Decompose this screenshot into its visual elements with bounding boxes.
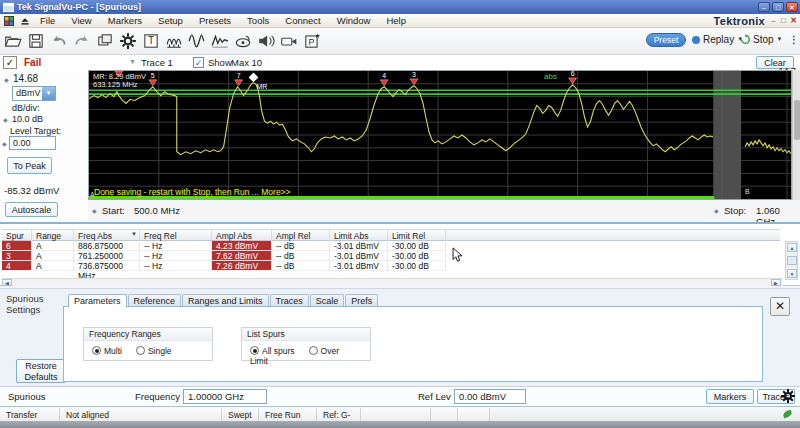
column-header-ampl_abs[interactable]: Ampl Abs	[212, 230, 272, 241]
menu-item-tools[interactable]: Tools	[239, 14, 277, 27]
table-row[interactable]: 4A736.875000 MHz-- Hz7.26 dBmV-- dB-3.01…	[2, 261, 780, 271]
menu-item-view[interactable]: View	[63, 14, 99, 27]
radio-single[interactable]: Single	[136, 346, 172, 356]
level-target-input[interactable]: 0.00	[9, 136, 56, 150]
column-header-freq_rel[interactable]: Freq Rel	[140, 230, 212, 241]
tab-ranges-and-limits[interactable]: Ranges and Limits	[182, 294, 269, 306]
table-row[interactable]: 3A761.250000 MHz-- Hz7.62 dBmV-- dB-3.01…	[2, 251, 780, 261]
scroll-left-icon[interactable]: ◀	[2, 279, 12, 286]
spectrum-plot[interactable]: 57436MR MR: 8.29 dBmV 633.125 MHz abs Do…	[88, 70, 792, 200]
radio-all-spurs[interactable]: All spurs	[250, 346, 295, 356]
undo-icon[interactable]	[50, 32, 70, 52]
ref-lev-input[interactable]: 0.00 dBmV	[454, 389, 526, 404]
radio-icon[interactable]	[136, 346, 145, 355]
cell-ampl_abs[interactable]: 7.26 dBmV	[212, 261, 272, 271]
trace-label[interactable]: Trace 1	[141, 57, 173, 68]
cell-ampl_rel[interactable]: -- dB	[272, 241, 330, 251]
menu-item-window[interactable]: Window	[329, 14, 379, 27]
plot-scrollbar[interactable]	[792, 70, 800, 200]
radio-icon[interactable]	[250, 346, 259, 355]
cell-ampl_rel[interactable]: -- dB	[272, 251, 330, 261]
restore-icon[interactable]: □	[772, 2, 784, 12]
cell-limit_rel[interactable]: -30.00 dB	[388, 241, 446, 251]
chevron-down-icon[interactable]: ▼	[42, 87, 55, 100]
cell-ampl_abs[interactable]: 7.62 dBmV	[212, 251, 272, 261]
measurement-app-icon[interactable]	[4, 16, 14, 28]
start-value[interactable]: 500.0 MHz	[134, 205, 180, 216]
column-header-spur[interactable]: Spur	[2, 230, 32, 241]
cell-ampl_abs[interactable]: 4.23 dBmV	[212, 241, 272, 251]
tab-traces[interactable]: Traces	[270, 294, 309, 306]
tab-parameters[interactable]: Parameters	[68, 294, 127, 307]
scroll-right-icon[interactable]: ▶	[771, 279, 781, 286]
cell-freq_abs[interactable]: 886.875000 MHz	[74, 241, 140, 251]
scroll-thumb[interactable]	[787, 256, 797, 265]
plot-canvas[interactable]: 57436MR	[89, 71, 791, 199]
scroll-up-icon[interactable]: ▲	[787, 243, 797, 252]
settings-close-icon[interactable]: ✕	[770, 297, 790, 316]
more-menu-icon[interactable]: ⋮	[789, 34, 799, 45]
menu-item-connect[interactable]: Connect	[277, 14, 328, 27]
to-peak-button[interactable]: To Peak	[7, 157, 52, 174]
autoscale-button[interactable]: Autoscale	[5, 202, 58, 217]
tab-prefs[interactable]: Prefs	[345, 294, 378, 306]
frequency-input[interactable]: 1.00000 GHz	[183, 389, 267, 404]
preset-star-icon[interactable]: P	[303, 32, 323, 52]
status-message[interactable]: Done saving - restart with Stop, then Ru…	[94, 187, 291, 197]
menu-item-help[interactable]: Help	[378, 14, 414, 27]
cell-freq_abs[interactable]: 736.875000 MHz	[74, 261, 140, 271]
camera-icon[interactable]	[280, 32, 300, 52]
reference-marker-icon[interactable]	[249, 73, 259, 83]
column-header-freq_abs[interactable]: Freq Abs▼	[74, 230, 140, 241]
replay-button[interactable]: Replay▼	[692, 34, 743, 45]
trace-expander-icon[interactable]: ▼	[129, 58, 136, 65]
cell-range[interactable]: A	[32, 241, 74, 251]
table-vertical-scrollbar[interactable]: ▲ ▼	[785, 241, 798, 280]
eject-icon[interactable]	[20, 16, 30, 28]
column-header-limit_rel[interactable]: Limit Rel	[388, 230, 446, 241]
menu-item-markers[interactable]: Markers	[100, 14, 150, 27]
tab-reference[interactable]: Reference	[128, 294, 182, 306]
restore-defaults-button[interactable]: Restore Defaults	[16, 359, 66, 383]
cell-freq_rel[interactable]: -- Hz	[140, 241, 212, 251]
redo-icon[interactable]	[73, 32, 93, 52]
spectrum-icon[interactable]	[165, 32, 185, 52]
cell-freq_rel[interactable]: -- Hz	[140, 261, 212, 271]
close-icon[interactable]: ✕	[786, 2, 798, 12]
title-bar[interactable]: Tek SignalVu-PC - [Spurious] – □ ✕	[0, 0, 800, 14]
scroll-thumb[interactable]	[794, 100, 800, 140]
scroll-down-icon[interactable]: ▼	[787, 269, 797, 278]
cell-ampl_rel[interactable]: -- dB	[272, 261, 330, 271]
chevron-down-icon[interactable]: ▼	[777, 36, 783, 42]
cell-limit_abs[interactable]: -3.01 dBmV	[330, 251, 388, 261]
cell-limit_abs[interactable]: -3.01 dBmV	[330, 261, 388, 271]
preset-button[interactable]: Preset	[646, 33, 686, 47]
cell-limit_abs[interactable]: -3.01 dBmV	[330, 241, 388, 251]
trigger-icon[interactable]: T	[142, 32, 162, 52]
cell-limit_rel[interactable]: -30.00 dB	[388, 261, 446, 271]
sort-descending-icon[interactable]: ▼	[131, 231, 137, 237]
check-mark-icon[interactable]: ✓	[3, 56, 17, 69]
open-icon[interactable]	[4, 32, 24, 52]
settings-gear-icon[interactable]	[119, 32, 139, 52]
save-icon[interactable]	[27, 32, 47, 52]
cell-limit_rel[interactable]: -30.00 dB	[388, 251, 446, 261]
minimize-icon[interactable]: –	[758, 2, 770, 12]
cell-range[interactable]: A	[32, 261, 74, 271]
displays-icon[interactable]	[96, 32, 116, 52]
settings-gear-icon[interactable]	[780, 388, 796, 406]
doc-close-icon[interactable]: ✕	[789, 16, 798, 25]
doc-minimize-icon[interactable]: –	[769, 16, 778, 25]
cell-spur[interactable]: 6	[2, 241, 32, 251]
unit-select[interactable]: dBmV▼	[12, 86, 56, 101]
waveform-icon[interactable]	[188, 32, 208, 52]
table-horizontal-scrollbar[interactable]: ◀ ▶	[2, 278, 783, 286]
cell-range[interactable]: A	[32, 251, 74, 261]
tab-scale[interactable]: Scale	[310, 294, 345, 306]
menu-item-setup[interactable]: Setup	[150, 14, 191, 27]
cell-freq_abs[interactable]: 761.250000 MHz	[74, 251, 140, 261]
analysis-icon[interactable]	[234, 32, 254, 52]
column-header-ampl_rel[interactable]: Ampl Rel	[272, 230, 330, 241]
stop-button[interactable]: Stop▼	[740, 34, 783, 45]
db-div-value[interactable]: 10.0 dB	[12, 114, 43, 124]
